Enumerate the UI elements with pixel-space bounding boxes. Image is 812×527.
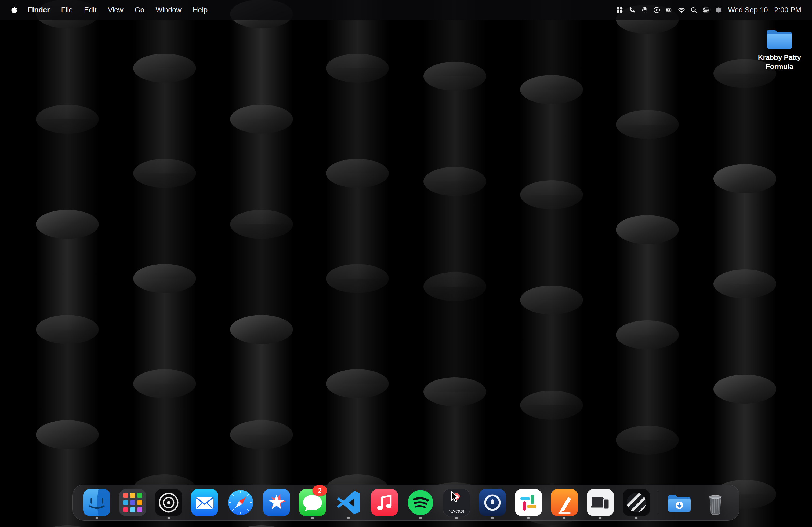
menu-bar-status: Wed Sep 10 2:00 PM (613, 0, 812, 20)
running-indicator (347, 517, 350, 519)
menu-item-view[interactable]: View (102, 0, 129, 20)
running-indicator (491, 517, 494, 519)
dock-item-slack[interactable] (515, 485, 542, 520)
dock-item-launchpad[interactable] (119, 485, 146, 520)
menu-item-window[interactable]: Window (150, 0, 187, 20)
running-indicator (419, 517, 422, 519)
running-indicator (455, 517, 458, 519)
downloads-folder-icon (666, 489, 693, 516)
folder-icon (765, 26, 795, 51)
menu-item-help[interactable]: Help (187, 0, 214, 20)
dock: 2 (73, 485, 740, 521)
menu-item-file[interactable]: File (56, 0, 79, 20)
running-indicator (599, 517, 602, 519)
running-indicator (168, 517, 170, 519)
menu-bar-date[interactable]: Wed Sep 10 (725, 6, 771, 14)
dock-item-striped-sphere-app[interactable] (623, 485, 650, 520)
dock-item-trash[interactable] (702, 485, 729, 520)
dock-item-concentric-circles-app[interactable] (155, 485, 182, 520)
running-indicator (635, 517, 638, 519)
menu-bar-left: Finder File Edit View Go Window Help (0, 0, 213, 20)
spotify-icon (407, 489, 434, 516)
menu-item-go[interactable]: Go (129, 0, 150, 20)
dock-item-devices-app[interactable] (587, 485, 614, 520)
dock-item-1password[interactable] (479, 485, 506, 520)
menu-bar-clock[interactable]: 2:00 PM (771, 6, 804, 14)
dock-item-vscode[interactable] (335, 485, 362, 520)
menu-bar: Finder File Edit View Go Window Help (0, 0, 812, 20)
launchpad-icon (119, 489, 146, 516)
menu-item-finder[interactable]: Finder (22, 0, 56, 20)
apple-icon (10, 6, 18, 14)
grid-app-menu-icon[interactable] (613, 0, 626, 20)
blue-star-app-icon (263, 489, 290, 516)
dock-item-pages[interactable] (551, 485, 578, 520)
running-indicator (96, 517, 98, 519)
dock-item-safari[interactable] (227, 485, 254, 520)
dock-item-spotify[interactable] (407, 485, 434, 520)
battery-icon[interactable] (663, 0, 675, 20)
dock-item-downloads-folder[interactable] (666, 485, 693, 520)
dock-item-finder[interactable] (83, 485, 110, 520)
pages-icon (551, 489, 578, 516)
desktop-wallpaper (0, 0, 812, 527)
music-icon (371, 489, 398, 516)
apple-menu[interactable] (8, 0, 20, 20)
concentric-circles-app-icon (155, 489, 182, 516)
control-center-icon[interactable] (700, 0, 712, 20)
spotlight-search-icon[interactable] (688, 0, 700, 20)
wallpaper-cylinders-art (0, 0, 812, 527)
dock-item-blue-star-app[interactable] (263, 485, 290, 520)
1password-icon (479, 489, 506, 516)
trash-icon (702, 489, 729, 516)
running-indicator (527, 517, 530, 519)
gray-circle-app-icon[interactable] (712, 0, 725, 20)
devices-app-icon (587, 489, 614, 516)
phone-menu-icon[interactable] (626, 0, 638, 20)
dock-item-music[interactable] (371, 485, 398, 520)
mouse-cursor (451, 491, 461, 503)
safari-icon (227, 489, 254, 516)
running-indicator (311, 517, 314, 519)
dock-item-mail[interactable] (191, 485, 218, 520)
folder-label: Krabby Patty Formula (755, 53, 804, 71)
dock-separator (657, 491, 658, 514)
menu-item-edit[interactable]: Edit (78, 0, 102, 20)
finder-icon (83, 489, 110, 516)
dock-item-messages[interactable]: 2 (299, 485, 326, 520)
running-indicator (563, 517, 566, 519)
wifi-icon[interactable] (675, 0, 688, 20)
messages-unread-badge: 2 (313, 485, 327, 496)
raycast-label: raycast (449, 509, 464, 514)
desktop-folder-krabby-patty-formula[interactable]: Krabby Patty Formula (755, 26, 804, 71)
vscode-icon (335, 489, 362, 516)
slack-icon (515, 489, 542, 516)
mail-icon (191, 489, 218, 516)
play-circle-menu-icon[interactable] (651, 0, 663, 20)
striped-sphere-app-icon (623, 489, 650, 516)
hand-menu-icon[interactable] (638, 0, 651, 20)
